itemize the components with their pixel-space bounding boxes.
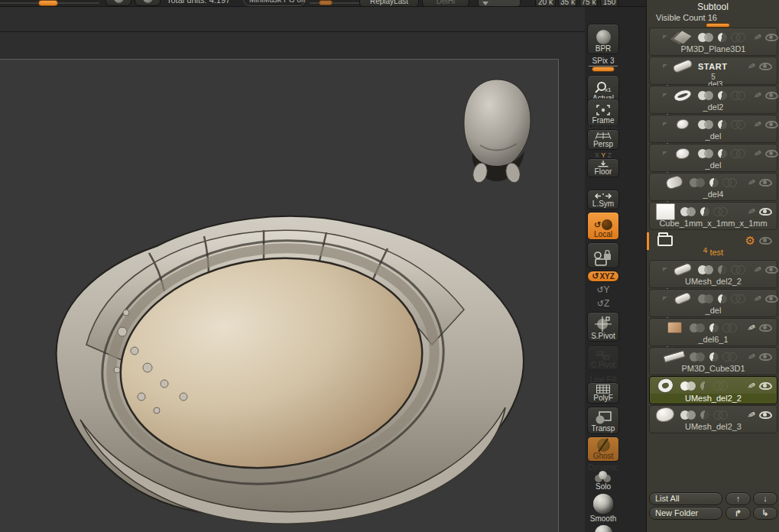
brush-icon[interactable] — [748, 410, 755, 420]
subtool-row[interactable]: _del — [649, 115, 777, 143]
size-button-35k[interactable]: 35 k — [558, 0, 577, 7]
subtool-row[interactable]: PM3D_Plane3D1 — [649, 28, 777, 56]
eye-icon[interactable] — [759, 353, 772, 361]
brush-icon[interactable] — [754, 120, 761, 129]
subtool-row[interactable]: _del — [649, 144, 777, 172]
split-toggle-icon[interactable] — [731, 294, 746, 303]
halfmoon-toggle-icon[interactable] — [700, 381, 709, 391]
split-toggle-icon[interactable] — [731, 120, 746, 129]
rotate-y-button[interactable]: Y — [587, 284, 619, 295]
polyf-button[interactable]: PolyF — [587, 382, 619, 404]
persp-button[interactable]: Persp — [587, 129, 619, 150]
split-toggle-icon[interactable] — [722, 323, 738, 332]
eye-icon[interactable] — [759, 179, 772, 187]
paint-toggle-icon[interactable] — [680, 381, 696, 391]
split-toggle-icon[interactable] — [713, 207, 729, 216]
halfmoon-toggle-icon[interactable] — [700, 207, 709, 216]
move-up-button[interactable] — [725, 492, 751, 505]
new-folder-button[interactable]: New Folder — [649, 507, 722, 520]
camera-lock-button[interactable] — [587, 242, 619, 268]
eye-icon[interactable] — [765, 150, 778, 157]
collapse-triangle-icon[interactable] — [663, 297, 667, 300]
local-button[interactable]: Local — [587, 212, 619, 240]
eye-icon[interactable] — [759, 324, 772, 332]
brush-icon[interactable] — [748, 352, 755, 362]
subtool-row[interactable]: Cube_1mm_x_1mm_x_1mm — [649, 202, 777, 230]
collapse-triangle-icon[interactable] — [663, 93, 667, 97]
eye-icon[interactable] — [759, 382, 772, 390]
eye-icon[interactable] — [765, 295, 778, 303]
paint-toggle-icon[interactable] — [698, 91, 714, 100]
paint-toggle-icon[interactable] — [698, 33, 714, 42]
size-button-75k[interactable]: 75 k — [579, 0, 598, 7]
split-toggle-icon[interactable] — [722, 178, 738, 187]
toolbar-icon-button-2[interactable] — [135, 0, 161, 6]
subtool-row[interactable]: UMesh_del2_3 — [649, 405, 777, 433]
brush-icon[interactable] — [748, 381, 755, 391]
list-all-button[interactable]: List All — [649, 492, 722, 505]
paint-toggle-icon[interactable] — [698, 265, 714, 274]
paint-toggle-icon[interactable] — [698, 294, 714, 303]
toolbar-icon-button-1[interactable] — [105, 0, 131, 6]
eye-icon[interactable] — [765, 34, 778, 41]
halfmoon-toggle-icon[interactable] — [700, 410, 709, 420]
spivot-button[interactable]: S.Pivot — [587, 312, 619, 342]
paint-toggle-icon[interactable] — [680, 410, 696, 420]
eye-icon[interactable] — [765, 266, 778, 274]
brush-icon[interactable] — [754, 294, 761, 303]
eye-icon[interactable] — [759, 237, 772, 245]
gear-icon[interactable] — [745, 235, 755, 246]
spix-slider-handle[interactable] — [592, 66, 615, 72]
subtool-row[interactable]: _del — [649, 289, 777, 317]
solo-button[interactable]: Solo — [587, 469, 619, 492]
subtool-row[interactable]: _del6_1 — [649, 318, 777, 346]
toolbar-dropdown[interactable] — [478, 0, 521, 7]
smooth-material-sphere[interactable] — [593, 494, 613, 514]
move-out-button[interactable] — [725, 507, 751, 520]
split-toggle-icon[interactable] — [731, 33, 746, 42]
collapse-triangle-icon[interactable] — [663, 151, 667, 155]
brush-icon[interactable] — [754, 265, 761, 274]
halfmoon-toggle-icon[interactable] — [709, 352, 719, 362]
transp-button[interactable]: Transp — [587, 407, 619, 434]
brush-icon[interactable] — [754, 149, 761, 158]
halfmoon-toggle-icon[interactable] — [718, 120, 727, 129]
split-toggle-icon[interactable] — [722, 352, 738, 362]
halfmoon-toggle-icon[interactable] — [718, 33, 727, 42]
subtool-row[interactable]: UMesh_del2_2 — [649, 260, 777, 288]
paint-toggle-icon[interactable] — [698, 120, 714, 129]
brush-icon[interactable] — [754, 91, 761, 100]
lsym-button[interactable]: L.Sym — [587, 190, 619, 209]
move-into-button[interactable] — [753, 507, 777, 520]
bpr-button[interactable]: BPR — [587, 24, 619, 54]
paint-toggle-icon[interactable] — [690, 352, 706, 362]
split-toggle-icon[interactable] — [731, 91, 746, 100]
split-toggle-icon[interactable] — [731, 265, 746, 274]
paint-toggle-icon[interactable] — [690, 323, 706, 332]
eye-icon[interactable] — [765, 121, 778, 128]
halfmoon-toggle-icon[interactable] — [709, 323, 719, 332]
collapse-triangle-icon[interactable] — [663, 64, 667, 68]
halfmoon-toggle-icon[interactable] — [709, 178, 719, 187]
rotate-z-button[interactable]: Z — [587, 298, 619, 309]
brush-icon[interactable] — [748, 207, 755, 216]
split-toggle-icon[interactable] — [713, 410, 729, 420]
brush-icon[interactable] — [748, 62, 755, 71]
replay-last-button[interactable]: ReplayLast — [359, 0, 419, 7]
collapse-triangle-icon[interactable] — [663, 268, 667, 271]
ghost-button[interactable]: Ghost — [587, 436, 619, 462]
eye-icon[interactable] — [765, 92, 778, 99]
toolbar-slider2-handle[interactable] — [319, 0, 333, 5]
toolbar-slider-handle[interactable] — [38, 0, 58, 6]
paint-toggle-icon[interactable] — [690, 178, 706, 187]
size-button-20k[interactable]: 20 k — [535, 0, 556, 7]
split-toggle-icon[interactable] — [731, 149, 746, 158]
brush-icon[interactable] — [748, 178, 755, 187]
subtool-folder-row[interactable]: 4test — [649, 231, 777, 259]
paint-toggle-icon[interactable] — [680, 207, 696, 216]
subtool-row[interactable]: _del4 — [649, 173, 777, 201]
eye-icon[interactable] — [759, 208, 772, 216]
material-sphere-2[interactable] — [595, 525, 612, 532]
eye-sculpt[interactable] — [34, 167, 539, 528]
cpivot-button[interactable]: C.Pivot — [587, 345, 619, 371]
